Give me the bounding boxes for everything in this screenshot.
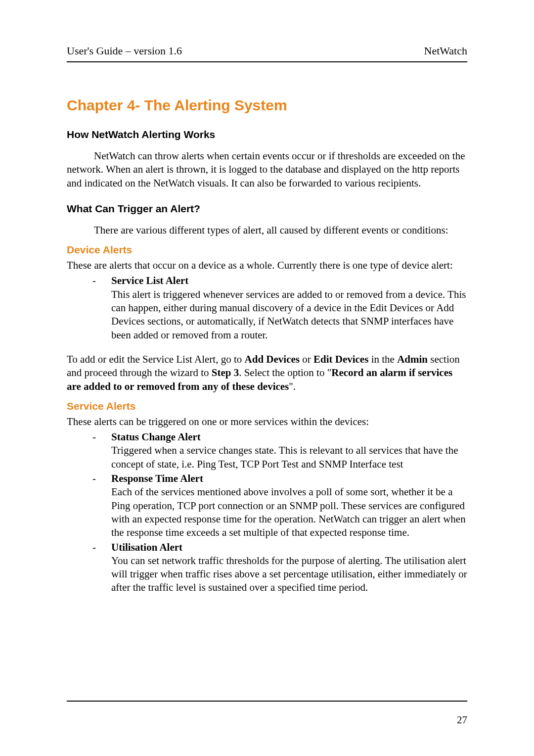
device-alerts-intro: These are alerts that occur on a device … [67, 259, 467, 272]
device-alerts-edit-paragraph: To add or edit the Service List Alert, g… [67, 353, 467, 393]
footer-divider [67, 701, 467, 702]
edit-devices-label: Edit Devices [313, 353, 368, 365]
header-right: NetWatch [424, 45, 467, 57]
text-fragment: in the [368, 353, 397, 365]
bullet-dash-icon: - [92, 541, 96, 554]
section-trigger-title: What Can Trigger an Alert? [67, 203, 467, 215]
utilisation-alert-desc: You can set network traffic thresholds f… [111, 554, 467, 595]
response-time-alert-desc: Each of the services mentioned above inv… [111, 485, 467, 539]
service-alerts-heading: Service Alerts [67, 400, 467, 412]
response-time-alert-title: Response Time Alert [111, 472, 203, 484]
list-item: - Response Time Alert Each of the servic… [111, 472, 467, 539]
device-alerts-heading: Device Alerts [67, 244, 467, 256]
service-alerts-list: - Status Change Alert Triggered when a s… [111, 430, 467, 595]
service-list-alert-desc: This alert is triggered whenever service… [111, 288, 467, 342]
section-how-works-body: NetWatch can throw alerts when certain e… [67, 149, 467, 190]
bullet-dash-icon: - [92, 274, 96, 287]
service-list-alert-title: Service List Alert [111, 275, 188, 286]
chapter-title: Chapter 4- The Alerting System [67, 97, 467, 114]
bullet-dash-icon: - [92, 472, 96, 485]
bullet-dash-icon: - [92, 430, 96, 444]
status-change-alert-title: Status Change Alert [111, 431, 201, 443]
list-item: - Status Change Alert Triggered when a s… [111, 430, 467, 471]
status-change-alert-desc: Triggered when a service changes state. … [111, 444, 467, 471]
add-devices-label: Add Devices [245, 353, 300, 365]
list-item: - Utilisation Alert You can set network … [111, 541, 467, 595]
page-number: 27 [457, 714, 467, 726]
section-how-works-title: How NetWatch Alerting Works [67, 129, 467, 141]
step3-label: Step 3 [212, 367, 239, 378]
header-left: User's Guide – version 1.6 [67, 45, 182, 57]
page-header: User's Guide – version 1.6 NetWatch [67, 45, 467, 62]
text-fragment: . Select the option to " [239, 367, 331, 378]
text-fragment: To add or edit the Service List Alert, g… [67, 353, 245, 365]
text-fragment: ". [289, 380, 296, 392]
section-trigger-intro: There are various different types of ale… [67, 224, 467, 237]
list-item: - Service List Alert This alert is trigg… [111, 274, 467, 341]
utilisation-alert-title: Utilisation Alert [111, 541, 182, 553]
admin-label: Admin [397, 353, 428, 365]
text-fragment: or [300, 353, 313, 365]
service-alerts-intro: These alerts can be triggered on one or … [67, 415, 467, 428]
device-alerts-list: - Service List Alert This alert is trigg… [111, 274, 467, 341]
